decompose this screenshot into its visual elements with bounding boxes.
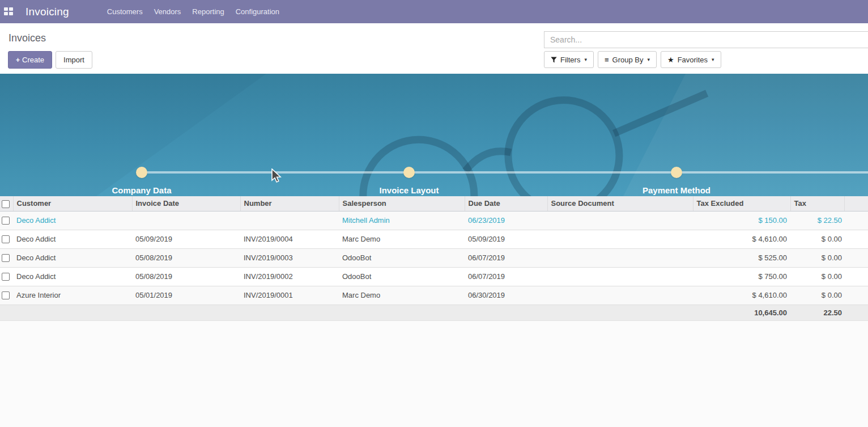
cell-tax[interactable]: $ 0.00 [790, 286, 844, 305]
cell-tax[interactable]: $ 22.50 [790, 211, 844, 230]
import-button[interactable]: Import [56, 51, 92, 69]
step-title: Payment Method [543, 185, 810, 195]
cell-tax-excluded[interactable]: $ 750.00 [693, 267, 790, 286]
cell-spacer [844, 230, 868, 248]
step-title: Company Data [8, 185, 275, 195]
cell-tax[interactable]: $ 0.00 [790, 267, 844, 286]
cell-invoice-date[interactable]: 05/08/2019 [132, 267, 240, 286]
invoice-row[interactable]: Deco Addict 05/09/2019 INV/2019/0004 Mar… [0, 230, 868, 248]
page-title: Invoices [8, 32, 46, 44]
select-all-checkbox[interactable] [2, 200, 10, 208]
cell-tax-excluded[interactable]: $ 525.00 [693, 248, 790, 267]
menu-vendors[interactable]: Vendors [148, 1, 187, 23]
column-header-tax[interactable]: Tax [790, 196, 844, 211]
cell-number[interactable]: INV/2019/0003 [240, 248, 339, 267]
favorites-button-label: Favorites [678, 56, 708, 64]
onboarding-step-dot [403, 167, 415, 178]
cell-number[interactable]: INV/2019/0004 [240, 230, 339, 248]
cell-due-date[interactable]: 06/23/2019 [465, 211, 547, 230]
cell-invoice-date[interactable]: 05/08/2019 [132, 248, 240, 267]
group-by-button[interactable]: ≡ Group By ▾ [598, 51, 657, 68]
row-checkbox[interactable] [2, 235, 10, 243]
cell-invoice-date[interactable]: 05/09/2019 [132, 230, 240, 248]
navbar-menu: Customers Vendors Reporting Configuratio… [101, 1, 285, 23]
menu-reporting[interactable]: Reporting [186, 1, 229, 23]
onboarding-progress-line [142, 171, 868, 174]
apps-grid-square [4, 7, 8, 11]
onboarding-banner: Company Data Set your company's data for… [0, 74, 868, 196]
invoice-row[interactable]: Deco Addict 05/08/2019 INV/2019/0002 Odo… [0, 267, 868, 286]
row-select-cell [0, 230, 13, 248]
caret-down-icon: ▾ [712, 57, 714, 62]
cell-number[interactable]: INV/2019/0001 [240, 286, 339, 305]
row-select-cell [0, 267, 13, 286]
column-header-invoice-date[interactable]: Invoice Date [132, 196, 240, 211]
invoicing-app-screen: Invoicing Customers Vendors Reporting Co… [0, 0, 868, 427]
cell-customer[interactable]: Deco Addict [13, 211, 132, 230]
cell-salesperson[interactable]: OdooBot [339, 248, 465, 267]
cell-tax-excluded[interactable]: $ 150.00 [693, 211, 790, 230]
cell-salesperson[interactable]: Marc Demo [339, 230, 465, 248]
row-checkbox[interactable] [2, 217, 10, 225]
apps-grid-square [9, 7, 13, 11]
cell-source-document[interactable] [547, 248, 693, 267]
cell-tax[interactable]: $ 0.00 [790, 230, 844, 248]
footer-cell [339, 305, 465, 320]
cell-customer[interactable]: Deco Addict [13, 267, 132, 286]
cell-source-document[interactable] [547, 230, 693, 248]
cell-salesperson[interactable]: Marc Demo [339, 286, 465, 305]
cell-customer[interactable]: Deco Addict [13, 248, 132, 267]
row-checkbox[interactable] [2, 273, 10, 281]
step-title: Invoice Layout [275, 185, 543, 195]
cell-source-document[interactable] [547, 286, 693, 305]
cell-number[interactable] [240, 211, 339, 230]
caret-down-icon: ▾ [647, 57, 650, 62]
apps-menu-icon[interactable] [4, 7, 13, 16]
column-header-customer[interactable]: Customer [13, 196, 132, 211]
cell-tax-excluded[interactable]: $ 4,610.00 [693, 230, 790, 248]
column-header-due-date[interactable]: Due Date [465, 196, 547, 211]
cell-customer[interactable]: Deco Addict [13, 230, 132, 248]
group-by-button-label: Group By [612, 56, 644, 64]
cell-due-date[interactable]: 06/07/2019 [465, 267, 547, 286]
column-header-number[interactable]: Number [240, 196, 339, 211]
cell-tax[interactable]: $ 0.00 [790, 248, 844, 267]
filters-button[interactable]: Filters ▾ [544, 51, 594, 68]
column-header-salesperson[interactable]: Salesperson [339, 196, 465, 211]
invoice-row[interactable]: Deco Addict 05/08/2019 INV/2019/0003 Odo… [0, 248, 868, 267]
app-name-invoicing[interactable]: Invoicing [25, 6, 69, 18]
cell-source-document[interactable] [547, 211, 693, 230]
row-select-cell [0, 286, 13, 305]
column-header-source-document[interactable]: Source Document [547, 196, 693, 211]
footer-cell [132, 305, 240, 320]
column-header-tax-excluded[interactable]: Tax Excluded [693, 196, 790, 211]
cell-source-document[interactable] [547, 267, 693, 286]
plus-icon: + [16, 56, 20, 64]
footer-cell [547, 305, 693, 320]
cell-invoice-date[interactable] [132, 211, 240, 230]
search-filter-buttons: Filters ▾ ≡ Group By ▾ ★ Favorites ▾ [544, 51, 868, 68]
invoice-row[interactable]: Azure Interior 05/01/2019 INV/2019/0001 … [0, 286, 868, 305]
apps-grid-square [9, 12, 13, 15]
search-input[interactable] [544, 31, 868, 48]
search-panel: Filters ▾ ≡ Group By ▾ ★ Favorites ▾ [544, 31, 868, 68]
row-checkbox[interactable] [2, 254, 10, 262]
cell-due-date[interactable]: 05/09/2019 [465, 230, 547, 248]
top-navbar: Invoicing Customers Vendors Reporting Co… [0, 0, 868, 23]
menu-customers[interactable]: Customers [101, 1, 148, 23]
cell-invoice-date[interactable]: 05/01/2019 [132, 286, 240, 305]
invoice-row[interactable]: Deco Addict Mitchell Admin 06/23/2019 $ … [0, 211, 868, 230]
cell-number[interactable]: INV/2019/0002 [240, 267, 339, 286]
cell-tax-excluded[interactable]: $ 4,610.00 [693, 286, 790, 305]
cell-salesperson[interactable]: Mitchell Admin [339, 211, 465, 230]
row-checkbox[interactable] [2, 291, 10, 299]
menu-configuration[interactable]: Configuration [230, 1, 285, 23]
create-button[interactable]: +Create [8, 51, 52, 69]
cell-due-date[interactable]: 06/07/2019 [465, 248, 547, 267]
cell-customer[interactable]: Azure Interior [13, 286, 132, 305]
favorites-button[interactable]: ★ Favorites ▾ [661, 51, 721, 68]
cell-spacer [844, 211, 868, 230]
cell-salesperson[interactable]: OdooBot [339, 267, 465, 286]
cell-due-date[interactable]: 06/30/2019 [465, 286, 547, 305]
cell-spacer [844, 248, 868, 267]
